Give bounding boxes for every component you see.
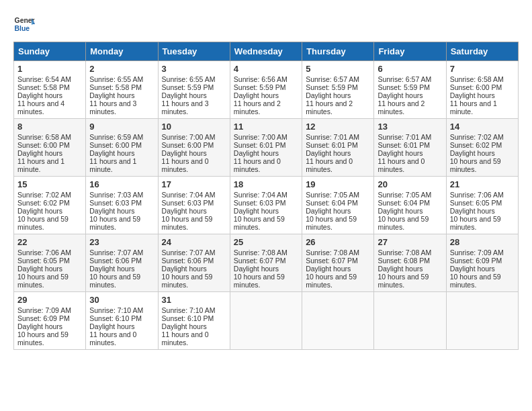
day-number: 14 <box>450 122 515 132</box>
daylight-duration: 11 hours and 0 minutes. <box>306 157 353 173</box>
calendar-week-row: 8 Sunrise: 6:58 AM Sunset: 6:00 PM Dayli… <box>14 119 519 177</box>
day-number: 11 <box>234 122 298 132</box>
sunrise-label: Sunrise: 7:02 AM <box>450 133 504 141</box>
day-number: 19 <box>306 179 370 189</box>
sunset-label: Sunset: 6:10 PM <box>89 314 142 322</box>
day-number: 2 <box>89 64 154 74</box>
sunrise-label: Sunrise: 7:07 AM <box>89 248 143 257</box>
sunset-label: Sunset: 5:59 PM <box>234 83 286 91</box>
sunrise-label: Sunrise: 7:02 AM <box>17 191 71 199</box>
calendar-cell: 28 Sunrise: 7:09 AM Sunset: 6:09 PM Dayl… <box>446 234 518 292</box>
calendar-cell: 10 Sunrise: 7:00 AM Sunset: 6:00 PM Dayl… <box>158 119 230 177</box>
calendar-cell <box>374 292 446 350</box>
daylight-label: Daylight hours <box>89 207 134 215</box>
daylight-duration: 11 hours and 4 minutes. <box>17 99 64 116</box>
col-tuesday: Tuesday <box>158 42 230 61</box>
calendar-cell: 17 Sunrise: 7:04 AM Sunset: 6:03 PM Dayl… <box>158 177 230 234</box>
daylight-label: Daylight hours <box>162 322 207 330</box>
calendar-week-row: 15 Sunrise: 7:02 AM Sunset: 6:02 PM Dayl… <box>14 177 519 234</box>
sunrise-label: Sunrise: 6:59 AM <box>89 133 143 141</box>
sunrise-label: Sunrise: 7:05 AM <box>306 191 359 199</box>
daylight-duration: 10 hours and 59 minutes. <box>234 215 285 231</box>
calendar-cell: 12 Sunrise: 7:01 AM Sunset: 6:01 PM Dayl… <box>302 119 374 177</box>
sunset-label: Sunset: 6:00 PM <box>89 141 142 149</box>
sunset-label: Sunset: 6:05 PM <box>17 257 70 265</box>
daylight-label: Daylight hours <box>89 265 134 273</box>
calendar-cell: 20 Sunrise: 7:05 AM Sunset: 6:04 PM Dayl… <box>374 177 446 234</box>
sunset-label: Sunset: 6:09 PM <box>17 314 70 322</box>
daylight-label: Daylight hours <box>450 149 495 157</box>
daylight-duration: 10 hours and 59 minutes. <box>450 215 501 231</box>
calendar-cell: 3 Sunrise: 6:55 AM Sunset: 5:59 PM Dayli… <box>158 61 230 119</box>
sunset-label: Sunset: 6:07 PM <box>234 257 286 265</box>
daylight-duration: 10 hours and 59 minutes. <box>17 330 69 347</box>
calendar-cell: 18 Sunrise: 7:04 AM Sunset: 6:03 PM Dayl… <box>230 177 302 234</box>
calendar-cell: 9 Sunrise: 6:59 AM Sunset: 6:00 PM Dayli… <box>86 119 158 177</box>
calendar-cell: 1 Sunrise: 6:54 AM Sunset: 5:58 PM Dayli… <box>14 61 86 119</box>
daylight-duration: 11 hours and 0 minutes. <box>234 157 281 173</box>
calendar-cell: 13 Sunrise: 7:01 AM Sunset: 6:01 PM Dayl… <box>374 119 446 177</box>
calendar-cell: 30 Sunrise: 7:10 AM Sunset: 6:10 PM Dayl… <box>86 292 158 350</box>
daylight-label: Daylight hours <box>162 149 207 157</box>
daylight-label: Daylight hours <box>378 207 423 215</box>
day-number: 25 <box>234 237 298 247</box>
calendar-cell: 14 Sunrise: 7:02 AM Sunset: 6:02 PM Dayl… <box>446 119 518 177</box>
sunrise-label: Sunrise: 7:08 AM <box>378 248 431 257</box>
sunset-label: Sunset: 6:03 PM <box>89 199 142 207</box>
sunset-label: Sunset: 5:59 PM <box>378 83 430 91</box>
sunset-label: Sunset: 5:59 PM <box>306 83 358 91</box>
day-number: 6 <box>378 64 442 74</box>
daylight-label: Daylight hours <box>89 149 134 157</box>
col-thursday: Thursday <box>302 42 374 61</box>
sunset-label: Sunset: 6:05 PM <box>450 199 502 207</box>
daylight-duration: 10 hours and 59 minutes. <box>306 215 357 231</box>
sunrise-label: Sunrise: 7:04 AM <box>162 191 216 199</box>
daylight-duration: 11 hours and 2 minutes. <box>234 99 281 116</box>
sunrise-label: Sunrise: 6:54 AM <box>17 75 71 83</box>
day-number: 17 <box>162 179 226 189</box>
daylight-label: Daylight hours <box>17 207 62 215</box>
daylight-duration: 11 hours and 0 minutes. <box>162 330 209 347</box>
sunrise-label: Sunrise: 6:55 AM <box>162 75 216 83</box>
daylight-duration: 11 hours and 1 minute. <box>17 157 64 173</box>
calendar-cell <box>446 292 518 350</box>
sunrise-label: Sunrise: 7:08 AM <box>234 248 287 257</box>
calendar-cell: 25 Sunrise: 7:08 AM Sunset: 6:07 PM Dayl… <box>230 234 302 292</box>
daylight-label: Daylight hours <box>17 322 62 330</box>
daylight-label: Daylight hours <box>306 91 351 99</box>
day-number: 20 <box>378 179 442 189</box>
calendar-cell: 23 Sunrise: 7:07 AM Sunset: 6:06 PM Dayl… <box>86 234 158 292</box>
sunrise-label: Sunrise: 6:57 AM <box>306 75 359 83</box>
sunrise-label: Sunrise: 7:09 AM <box>17 306 71 314</box>
calendar-cell: 4 Sunrise: 6:56 AM Sunset: 5:59 PM Dayli… <box>230 61 302 119</box>
sunset-label: Sunset: 6:07 PM <box>306 257 358 265</box>
calendar-cell: 2 Sunrise: 6:55 AM Sunset: 5:58 PM Dayli… <box>86 61 158 119</box>
daylight-duration: 11 hours and 3 minutes. <box>162 99 209 116</box>
logo-icon: General Blue <box>13 13 35 35</box>
daylight-label: Daylight hours <box>450 91 495 99</box>
daylight-duration: 11 hours and 3 minutes. <box>89 99 136 116</box>
calendar-cell: 5 Sunrise: 6:57 AM Sunset: 5:59 PM Dayli… <box>302 61 374 119</box>
sunrise-label: Sunrise: 7:10 AM <box>162 306 216 314</box>
calendar-cell: 15 Sunrise: 7:02 AM Sunset: 6:02 PM Dayl… <box>14 177 86 234</box>
sunset-label: Sunset: 6:03 PM <box>162 199 214 207</box>
sunrise-label: Sunrise: 7:05 AM <box>378 191 431 199</box>
daylight-label: Daylight hours <box>378 91 423 99</box>
sunset-label: Sunset: 6:04 PM <box>378 199 430 207</box>
sunset-label: Sunset: 6:06 PM <box>162 257 214 265</box>
day-number: 10 <box>162 122 226 132</box>
sunset-label: Sunset: 6:00 PM <box>162 141 214 149</box>
sunset-label: Sunset: 6:02 PM <box>17 199 70 207</box>
daylight-label: Daylight hours <box>162 207 207 215</box>
calendar-cell: 31 Sunrise: 7:10 AM Sunset: 6:10 PM Dayl… <box>158 292 230 350</box>
day-number: 27 <box>378 237 442 247</box>
calendar-cell: 24 Sunrise: 7:07 AM Sunset: 6:06 PM Dayl… <box>158 234 230 292</box>
sunrise-label: Sunrise: 7:08 AM <box>306 248 359 257</box>
daylight-label: Daylight hours <box>378 149 423 157</box>
daylight-label: Daylight hours <box>306 149 351 157</box>
col-monday: Monday <box>86 42 158 61</box>
daylight-duration: 11 hours and 2 minutes. <box>306 99 353 116</box>
daylight-label: Daylight hours <box>234 91 279 99</box>
daylight-label: Daylight hours <box>450 265 495 273</box>
sunrise-label: Sunrise: 6:58 AM <box>17 133 71 141</box>
